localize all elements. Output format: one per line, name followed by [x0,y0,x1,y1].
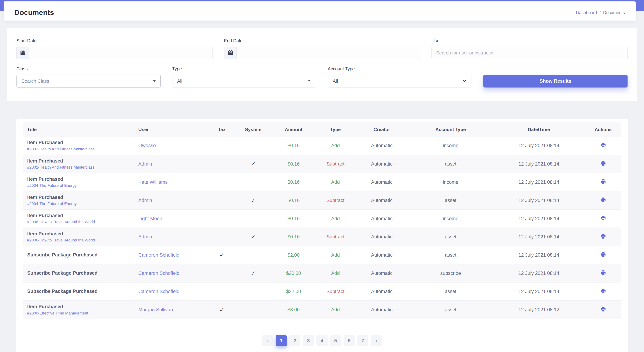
page-button-1[interactable]: 1 [276,335,287,346]
print-button[interactable] [600,306,606,312]
class-link[interactable]: #2002-Health And Fitness Masterclass [27,165,135,170]
class-select[interactable]: Search Class [16,75,161,88]
class-link[interactable]: #2006-How to Travel Around the World [27,238,135,242]
table-row: Item Purchased#2004-The Future of Energy… [23,191,621,209]
creator-cell: Automatic [355,264,409,282]
class-link[interactable]: #2004-The Future of Energy [27,201,135,206]
class-link[interactable]: #2002-Health And Fitness Masterclass [27,147,135,152]
actions-cell [585,264,621,282]
tax-check-cell: ✓ [208,301,235,319]
start-date-calendar-button[interactable] [17,47,29,59]
breadcrumb: Dashboard / Documents [576,10,625,15]
column-header-title: Title [23,122,136,137]
user-link[interactable]: Admin [138,198,152,203]
creator-cell: Automatic [355,191,409,209]
print-button[interactable] [600,197,606,203]
creator-cell: Automatic [355,282,409,301]
user-cell: Cameron Schofield [136,264,208,282]
breadcrumb-separator: / [600,10,601,15]
creator-cell: Automatic [355,173,409,191]
print-button[interactable] [600,233,606,239]
system-check-cell: ✓ [235,264,271,282]
datetime-cell: 12 July 2021 08:14 [492,264,585,282]
tax-check-cell [208,155,235,173]
amount-cell: $0.16 [271,228,316,246]
type-select[interactable]: All [172,75,316,88]
start-date-input[interactable] [29,47,212,59]
print-button[interactable] [600,160,606,167]
print-button[interactable] [600,270,606,276]
type-field: Type All [172,66,316,88]
page-button-6[interactable]: 6 [344,335,355,346]
print-button[interactable] [600,215,606,221]
user-link[interactable]: Kate Williams [138,179,168,185]
tax-check-cell [208,209,235,228]
system-check-cell [235,137,271,155]
documents-table-card: TitleUserTaxSystemAmountTypeCreatorAccou… [16,119,628,352]
prev-page-button[interactable]: ‹ [262,335,273,346]
user-link[interactable]: Admin [138,161,152,167]
column-header-user: User [136,122,208,137]
page-button-5[interactable]: 5 [330,335,341,346]
class-select-placeholder: Search Class [22,78,49,84]
title-cell: Item Purchased#2006-How to Travel Around… [23,209,136,228]
user-link[interactable]: Cameron Schofield [138,289,180,294]
user-link[interactable]: Admin [138,234,152,239]
document-title: Item Purchased [27,158,135,164]
type-cell: Subtract [316,155,355,173]
print-button[interactable] [600,251,606,258]
breadcrumb-current: Documents [603,10,625,15]
dropdown-arrow-icon [153,80,156,82]
datetime-cell: 12 July 2021 08:14 [492,282,585,301]
page-button-3[interactable]: 3 [303,335,314,346]
amount-cell: $22.00 [271,282,316,301]
actions-cell [585,209,621,228]
account-type-select[interactable]: All [328,75,472,88]
end-date-input[interactable] [237,47,420,59]
type-cell: Subtract [316,282,355,301]
user-link[interactable]: Light Moon [138,216,162,221]
table-row: Subscribe Package PurchasedCameron Schof… [23,282,621,301]
account-type-cell: subscribe [409,264,492,282]
actions-cell [585,282,621,301]
printer-icon [600,288,606,294]
title-cell: Item Purchased#2000-Effective Time Manag… [23,301,136,319]
end-date-calendar-button[interactable] [224,47,237,59]
user-link[interactable]: Owosso [138,143,156,148]
printer-icon [600,160,606,167]
column-header-type: Type [316,122,355,137]
show-results-button[interactable]: Show Results [483,75,628,88]
type-cell: Add [316,137,355,155]
chevron-down-icon [306,78,311,84]
system-check-cell: ✓ [235,155,271,173]
user-link[interactable]: Cameron Schofield [138,252,180,258]
tax-check-icon: ✓ [219,252,224,258]
class-link[interactable]: #2000-Effective Time Management [27,311,135,316]
table-row: Item Purchased#2002-Health And Fitness M… [23,155,621,173]
amount-cell: $2.00 [271,246,316,264]
amount-cell: $0.16 [271,155,316,173]
system-check-icon: ✓ [251,234,256,240]
page-button-4[interactable]: 4 [316,335,328,346]
class-link[interactable]: #2006-How to Travel Around the World [27,220,135,224]
table-row: Item Purchased#2006-How to Travel Around… [23,228,621,246]
page-button-2[interactable]: 2 [289,335,300,346]
document-title: Item Purchased [27,195,135,200]
print-button[interactable] [600,142,606,148]
page-button-7[interactable]: 7 [357,335,368,346]
user-search-input[interactable] [432,47,628,59]
amount-cell: $0.16 [271,209,316,228]
user-link[interactable]: Cameron Schofield [138,271,180,276]
print-button[interactable] [600,288,606,294]
actions-cell [585,191,621,209]
start-date-input-group [16,47,212,59]
datetime-cell: 12 July 2021 08:12 [492,301,585,319]
printer-icon [600,178,606,185]
column-header-amount: Amount [271,122,316,137]
user-link[interactable]: Morgan Sullivan [138,307,173,312]
next-page-button[interactable]: › [371,335,382,346]
actions-cell [585,137,621,155]
print-button[interactable] [600,178,606,185]
class-link[interactable]: #2004-The Future of Energy [27,183,135,188]
breadcrumb-link-dashboard[interactable]: Dashboard [576,10,597,15]
